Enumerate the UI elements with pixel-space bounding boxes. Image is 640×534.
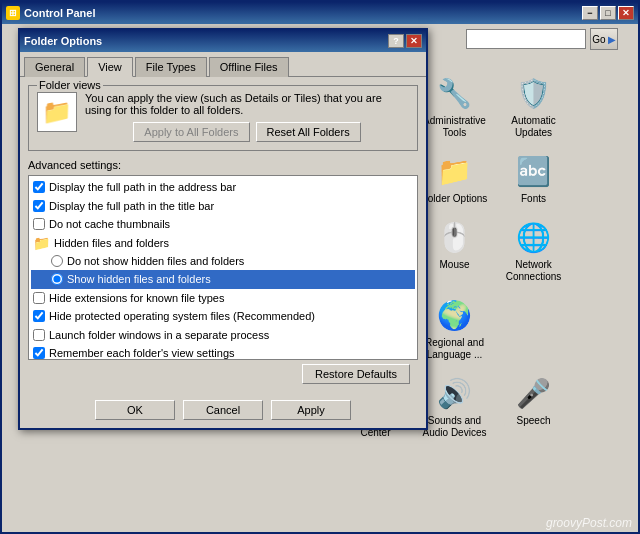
fonts-icon: 🔤 (514, 151, 554, 191)
icon-folder-options[interactable]: 📁 Folder Options (417, 147, 492, 209)
checkbox-no-cache-thumbnails[interactable] (33, 218, 45, 230)
watermark: groovyPost.com (546, 516, 632, 530)
folder-views-label: Folder views (37, 79, 103, 91)
checkbox-hide-protected[interactable] (33, 310, 45, 322)
address-input[interactable] (466, 29, 586, 49)
reset-all-folders-button[interactable]: Reset All Folders (256, 122, 361, 142)
icon-automatic-updates[interactable]: 🛡️ AutomaticUpdates (496, 69, 571, 143)
folder-views-content: 📁 You can apply the view (such as Detail… (37, 92, 409, 142)
cp-address-bar: Go ▶ (466, 28, 618, 50)
network-connections-icon: 🌐 (514, 217, 554, 257)
sounds-audio-icon: 🔊 (435, 373, 475, 413)
dialog-footer: OK Cancel Apply (20, 396, 426, 428)
setting-launch-separate[interactable]: Launch folder windows in a separate proc… (31, 326, 415, 345)
tab-file-types[interactable]: File Types (135, 57, 207, 77)
folder-options-dialog: Folder Options ? ✕ General View File Typ… (18, 28, 428, 430)
cp-maximize-button[interactable]: □ (600, 6, 616, 20)
settings-list[interactable]: Display the full path in the address bar… (28, 175, 418, 360)
tab-offline-files[interactable]: Offline Files (209, 57, 289, 77)
go-button[interactable]: Go ▶ (590, 28, 618, 50)
dialog-titlebar-buttons: ? ✕ (388, 34, 422, 48)
dialog-help-button[interactable]: ? (388, 34, 404, 48)
setting-hide-extensions[interactable]: Hide extensions for known file types (31, 289, 415, 308)
dialog-body: Folder views 📁 You can apply the view (s… (20, 77, 426, 396)
icon-sounds-audio[interactable]: 🔊 Sounds andAudio Devices (417, 369, 492, 443)
dialog-tabs: General View File Types Offline Files (20, 52, 426, 77)
folder-icon: 📁 (37, 92, 77, 132)
folder-views-text: You can apply the view (such as Details … (85, 92, 409, 142)
restore-defaults-button[interactable]: Restore Defaults (302, 364, 410, 384)
setting-display-full-path-title[interactable]: Display the full path in the title bar (31, 197, 415, 216)
advanced-settings-label: Advanced settings: (28, 159, 418, 171)
automatic-updates-icon: 🛡️ (514, 73, 554, 113)
tab-view[interactable]: View (87, 57, 133, 77)
cp-titlebar-buttons: − □ ✕ (582, 6, 634, 20)
radio-show-hidden[interactable] (51, 273, 63, 285)
speech-icon: 🎤 (514, 373, 554, 413)
checkbox-hide-extensions[interactable] (33, 292, 45, 304)
icon-regional-and-language[interactable]: 🌍 Regional andLanguage ... (417, 291, 492, 365)
cancel-button[interactable]: Cancel (183, 400, 263, 420)
apply-button[interactable]: Apply (271, 400, 351, 420)
checkbox-remember-views[interactable] (33, 347, 45, 359)
go-arrow-icon: ▶ (608, 34, 616, 45)
folder-views-group: Folder views 📁 You can apply the view (s… (28, 85, 418, 151)
regional-language-icon: 🌍 (435, 295, 475, 335)
icon-administrative-tools[interactable]: 🔧 AdministrativeTools (417, 69, 492, 143)
dialog-title: Folder Options (24, 35, 388, 47)
cp-icon: ⊞ (6, 6, 20, 20)
icon-mouse[interactable]: 🖱️ Mouse (417, 213, 492, 287)
tab-general[interactable]: General (24, 57, 85, 77)
folder-small-icon: 📁 (33, 235, 50, 251)
restore-defaults-row: Restore Defaults (28, 360, 418, 388)
icon-network-connections[interactable]: 🌐 NetworkConnections (496, 213, 571, 287)
cp-minimize-button[interactable]: − (582, 6, 598, 20)
setting-show-hidden[interactable]: Show hidden files and folders (31, 270, 415, 289)
administrative-tools-icon: 🔧 (435, 73, 475, 113)
checkbox-launch-separate[interactable] (33, 329, 45, 341)
apply-to-all-button[interactable]: Apply to All Folders (133, 122, 249, 142)
cp-titlebar: ⊞ Control Panel − □ ✕ (2, 2, 638, 24)
mouse-icon: 🖱️ (435, 217, 475, 257)
cp-title: Control Panel (24, 7, 582, 19)
setting-do-not-show-hidden[interactable]: Do not show hidden files and folders (31, 252, 415, 271)
setting-no-cache-thumbnails[interactable]: Do not cache thumbnails (31, 215, 415, 234)
icon-fonts[interactable]: 🔤 Fonts (496, 147, 571, 209)
icon-speech[interactable]: 🎤 Speech (496, 369, 571, 443)
setting-display-full-path-address[interactable]: Display the full path in the address bar (31, 178, 415, 197)
cp-close-button[interactable]: ✕ (618, 6, 634, 20)
dialog-close-button[interactable]: ✕ (406, 34, 422, 48)
ok-button[interactable]: OK (95, 400, 175, 420)
folder-views-buttons: Apply to All Folders Reset All Folders (85, 122, 409, 142)
dialog-titlebar: Folder Options ? ✕ (20, 30, 426, 52)
radio-do-not-show-hidden[interactable] (51, 255, 63, 267)
setting-remember-views[interactable]: Remember each folder's view settings (31, 344, 415, 360)
checkbox-display-full-path-title[interactable] (33, 200, 45, 212)
checkbox-display-full-path-address[interactable] (33, 181, 45, 193)
setting-hide-protected[interactable]: Hide protected operating system files (R… (31, 307, 415, 326)
setting-hidden-files-folder: 📁 Hidden files and folders (31, 234, 415, 252)
folder-options-icon: 📁 (435, 151, 475, 191)
